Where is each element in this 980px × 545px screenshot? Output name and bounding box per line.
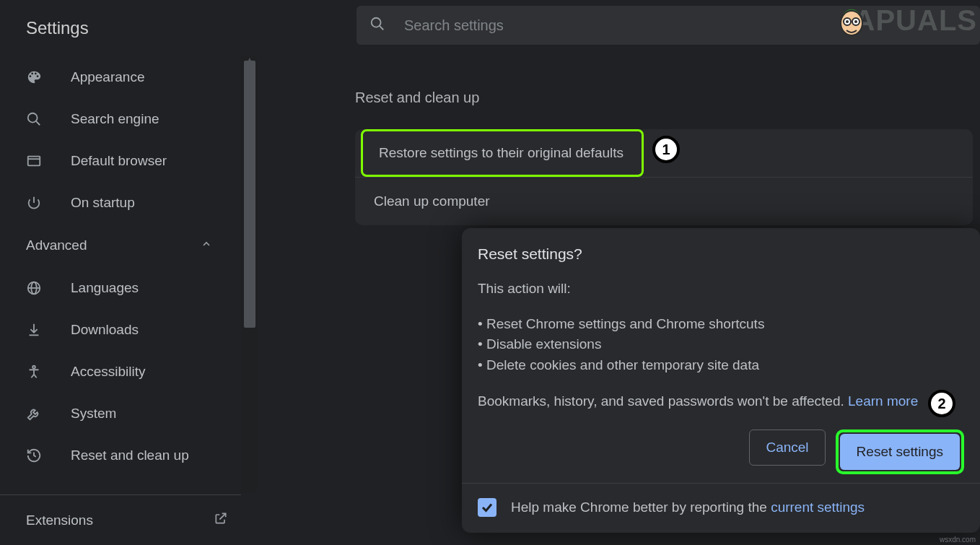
report-text: Help make Chrome better by reporting the… xyxy=(511,500,865,515)
sidebar-item-label: On startup xyxy=(71,195,135,211)
search-icon xyxy=(369,16,385,35)
card-row-label: Restore settings to their original defau… xyxy=(379,145,624,160)
sidebar-item-downloads[interactable]: Downloads xyxy=(0,309,241,351)
sidebar-item-label: Downloads xyxy=(71,322,139,338)
sidebar-item-reset-cleanup[interactable]: Reset and clean up xyxy=(0,435,241,476)
sidebar: Appearance Search engine Default browser… xyxy=(0,56,257,545)
dialog-bullet: • Delete cookies and other temporary sit… xyxy=(478,355,964,376)
sidebar-item-on-startup[interactable]: On startup xyxy=(0,182,241,224)
sidebar-section-advanced[interactable]: Advanced xyxy=(0,224,241,267)
palette-icon xyxy=(26,69,46,85)
watermark-text: AAPPUALSPUALS xyxy=(872,4,977,37)
watermark: AAPPUALSPUALS xyxy=(836,1,977,39)
open-external-icon xyxy=(214,511,228,529)
sidebar-item-search-engine[interactable]: Search engine xyxy=(0,98,241,140)
dialog-body: This action will: • Reset Chrome setting… xyxy=(478,279,964,412)
dialog-title: Reset settings? xyxy=(478,245,964,263)
sidebar-item-label: Accessibility xyxy=(71,364,145,380)
svg-point-5 xyxy=(846,20,849,23)
sidebar-item-system[interactable]: System xyxy=(0,393,241,435)
dialog-bullet: • Reset Chrome settings and Chrome short… xyxy=(478,314,964,335)
sidebar-footer-label: Extensions xyxy=(26,513,93,528)
reset-settings-dialog: Reset settings? This action will: • Rese… xyxy=(462,228,980,533)
dialog-bullet: • Disable extensions xyxy=(478,334,964,355)
sidebar-section-label: Advanced xyxy=(26,237,87,253)
scrollbar[interactable]: ▲ xyxy=(241,56,257,493)
sidebar-item-label: Appearance xyxy=(71,69,144,85)
search-icon xyxy=(26,111,46,127)
card-row-cleanup-computer[interactable]: Clean up computer xyxy=(355,178,973,225)
svg-point-15 xyxy=(32,366,35,369)
divider xyxy=(462,483,980,484)
step-badge-1: 1 xyxy=(652,136,680,163)
sidebar-footer-extensions[interactable]: Extensions xyxy=(0,494,241,545)
page-title: Settings xyxy=(26,18,89,38)
power-icon xyxy=(26,195,46,211)
section-heading: Reset and clean up xyxy=(355,90,980,106)
download-icon xyxy=(26,322,46,338)
button-label: Reset settings xyxy=(857,444,943,460)
globe-icon xyxy=(26,280,46,296)
svg-rect-9 xyxy=(28,157,40,166)
svg-point-7 xyxy=(28,113,38,123)
current-settings-link[interactable]: current settings xyxy=(771,500,865,515)
history-icon xyxy=(26,448,46,463)
sidebar-item-accessibility[interactable]: Accessibility xyxy=(0,351,241,393)
cancel-button[interactable]: Cancel xyxy=(749,430,825,466)
svg-point-6 xyxy=(854,20,857,23)
header: Settings xyxy=(0,0,980,56)
browser-icon xyxy=(26,153,46,169)
dialog-actions: Cancel Reset settings xyxy=(478,430,964,474)
learn-more-link[interactable]: Learn more xyxy=(848,393,918,409)
sidebar-item-label: Reset and clean up xyxy=(71,448,189,463)
search-input[interactable] xyxy=(404,17,909,34)
sidebar-item-default-browser[interactable]: Default browser xyxy=(0,140,241,182)
sidebar-item-label: Default browser xyxy=(71,153,167,169)
scrollbar-thumb[interactable] xyxy=(244,61,255,328)
dialog-intro: This action will: xyxy=(478,279,964,300)
step-badge-number: 1 xyxy=(662,141,670,158)
button-label: Cancel xyxy=(766,440,808,455)
mascot-icon xyxy=(836,1,867,39)
step-badge-2: 2 xyxy=(928,390,955,417)
highlight-reset-button: Reset settings xyxy=(836,430,964,474)
sidebar-item-label: System xyxy=(71,406,116,422)
svg-line-1 xyxy=(380,26,383,30)
dialog-bullets: • Reset Chrome settings and Chrome short… xyxy=(478,314,964,376)
sidebar-item-label: Languages xyxy=(71,280,139,296)
report-row: Help make Chrome better by reporting the… xyxy=(478,494,964,524)
credit-text: wsxdn.com xyxy=(940,536,976,544)
reset-settings-button[interactable]: Reset settings xyxy=(840,434,960,470)
report-checkbox[interactable] xyxy=(478,498,496,517)
wrench-icon xyxy=(26,406,46,422)
sidebar-item-label: Search engine xyxy=(71,111,159,127)
svg-line-8 xyxy=(36,121,40,125)
step-badge-number: 2 xyxy=(937,396,945,412)
sidebar-item-languages[interactable]: Languages xyxy=(0,267,241,309)
accessibility-icon xyxy=(26,364,46,380)
svg-point-0 xyxy=(372,18,381,27)
sidebar-item-appearance[interactable]: Appearance xyxy=(0,56,241,98)
chevron-up-icon xyxy=(201,237,212,253)
dialog-footnote: Bookmarks, history, and saved passwords … xyxy=(478,391,964,412)
card-row-label: Clean up computer xyxy=(374,193,490,209)
